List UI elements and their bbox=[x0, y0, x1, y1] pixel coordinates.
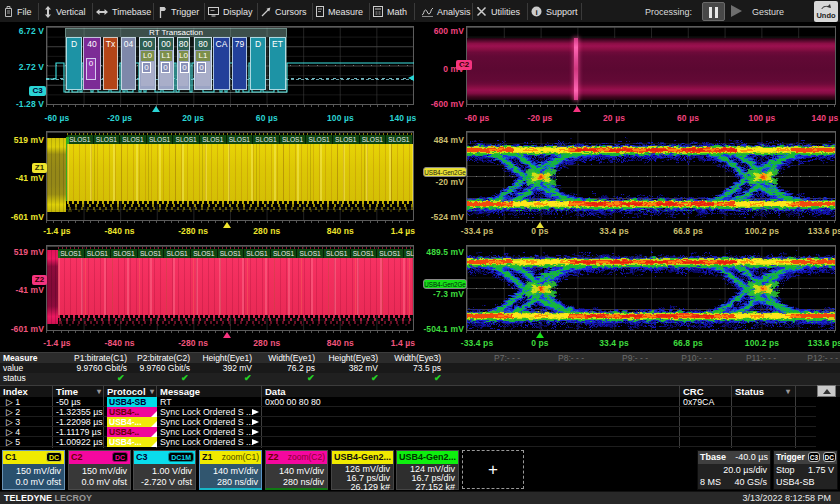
svg-text:i: i bbox=[535, 8, 537, 17]
